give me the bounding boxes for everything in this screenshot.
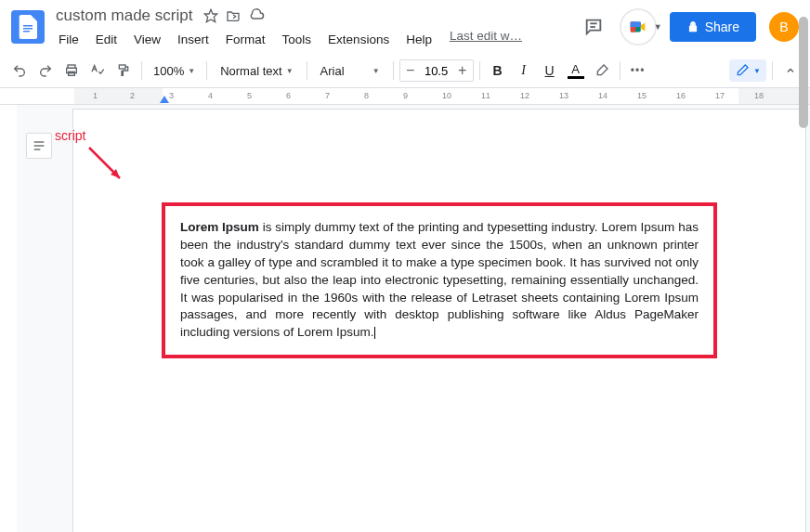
title-area: custom made script File Edit View Insert… xyxy=(52,5,581,50)
svg-rect-12 xyxy=(119,65,125,69)
cloud-status-icon[interactable] xyxy=(248,7,265,24)
comment-history-icon[interactable] xyxy=(581,14,607,40)
caret-down-icon: ▼ xyxy=(286,67,294,75)
ruler-mark: 16 xyxy=(676,91,686,100)
svg-marker-3 xyxy=(205,9,217,21)
ruler-mark: 6 xyxy=(286,91,291,100)
bold-button[interactable]: B xyxy=(486,58,510,83)
font-dropdown[interactable]: Arial ▼ xyxy=(313,60,387,82)
meet-caret-icon: ▼ xyxy=(654,22,662,32)
menu-tools[interactable]: Tools xyxy=(276,29,319,50)
menu-insert[interactable]: Insert xyxy=(171,29,216,50)
separator xyxy=(141,61,142,80)
font-size-plus-button[interactable]: + xyxy=(452,60,473,81)
underline-button[interactable]: U xyxy=(538,58,562,83)
font-size-group: − + xyxy=(399,59,474,82)
annotation-arrow-icon xyxy=(85,143,131,189)
text-cursor xyxy=(374,327,375,339)
font-size-input[interactable] xyxy=(421,60,452,81)
document-scroll[interactable]: script Lorem Ipsum is simply dummy text … xyxy=(17,105,810,532)
document-title[interactable]: custom made script xyxy=(52,5,196,27)
text-color-button[interactable]: A xyxy=(564,60,588,81)
separator xyxy=(620,61,621,80)
menu-file[interactable]: File xyxy=(52,29,85,50)
redo-button[interactable] xyxy=(33,58,58,83)
outline-toggle-button[interactable] xyxy=(26,133,52,159)
menu-bar: File Edit View Insert Format Tools Exten… xyxy=(52,29,581,50)
separator xyxy=(772,61,773,80)
header-right: ▼ Share B xyxy=(581,8,799,45)
menu-view[interactable]: View xyxy=(127,29,167,50)
paint-format-button[interactable] xyxy=(111,58,136,83)
toolbar: 100% ▼ Normal text ▼ Arial ▼ − + B I U A… xyxy=(0,54,810,88)
bold-text: Lorem Ipsum xyxy=(180,220,259,234)
share-button[interactable]: Share xyxy=(670,12,756,42)
title-row: custom made script xyxy=(52,5,581,27)
separator xyxy=(206,61,207,80)
last-edit-link[interactable]: Last edit w… xyxy=(450,29,522,50)
vertical-ruler[interactable] xyxy=(0,105,17,532)
ruler-mark: 1 xyxy=(93,91,98,100)
font-value: Arial xyxy=(320,64,345,78)
ruler-mark: 7 xyxy=(325,91,330,100)
menu-edit[interactable]: Edit xyxy=(89,29,124,50)
move-icon[interactable] xyxy=(226,8,241,23)
ruler-mark: 3 xyxy=(169,91,174,100)
caret-down-icon: ▼ xyxy=(753,67,761,75)
svg-rect-1 xyxy=(23,28,33,30)
menu-help[interactable]: Help xyxy=(399,29,438,50)
editing-mode-button[interactable]: ▼ xyxy=(729,59,766,82)
caret-down-icon: ▼ xyxy=(188,67,195,75)
meet-icon[interactable]: ▼ xyxy=(620,8,657,45)
docs-logo-icon[interactable] xyxy=(11,10,45,44)
body-text: is simply dummy text of the printing and… xyxy=(180,220,699,339)
ruler-mark: 15 xyxy=(637,91,647,100)
document-page[interactable]: script Lorem Ipsum is simply dummy text … xyxy=(72,109,806,532)
ruler-mark: 9 xyxy=(403,91,408,100)
font-size-minus-button[interactable]: − xyxy=(400,60,421,81)
scrollbar-thumb[interactable] xyxy=(799,17,808,128)
ruler-mark: 5 xyxy=(247,91,252,100)
text-color-swatch xyxy=(568,76,584,79)
ruler-mark: 8 xyxy=(364,91,369,100)
ruler-mark: 4 xyxy=(208,91,213,100)
separator xyxy=(307,61,307,80)
zoom-value: 100% xyxy=(153,64,184,78)
ruler-mark: 10 xyxy=(442,91,451,100)
separator xyxy=(393,61,394,80)
svg-rect-2 xyxy=(23,31,30,32)
annotation-label: script xyxy=(55,128,85,143)
ruler-mark: 2 xyxy=(130,91,135,100)
ruler-mark: 14 xyxy=(598,91,608,100)
italic-button[interactable]: I xyxy=(512,58,536,83)
more-button[interactable]: ••• xyxy=(626,58,650,83)
ruler-mark: 12 xyxy=(520,91,529,100)
highlighted-region: Lorem Ipsum is simply dummy text of the … xyxy=(162,202,717,358)
svg-rect-0 xyxy=(23,25,33,27)
svg-marker-13 xyxy=(160,96,169,103)
star-icon[interactable] xyxy=(203,8,218,23)
user-avatar[interactable]: B xyxy=(769,12,799,42)
vertical-scrollbar[interactable] xyxy=(797,0,808,532)
zoom-dropdown[interactable]: 100% ▼ xyxy=(148,60,201,82)
style-dropdown[interactable]: Normal text ▼ xyxy=(213,60,300,82)
menu-extensions[interactable]: Extensions xyxy=(321,29,396,50)
document-paragraph[interactable]: Lorem Ipsum is simply dummy text of the … xyxy=(180,219,699,342)
ruler-mark: 11 xyxy=(481,91,490,100)
spellcheck-button[interactable] xyxy=(85,58,110,83)
style-value: Normal text xyxy=(220,64,281,78)
separator xyxy=(479,61,480,80)
highlight-button[interactable] xyxy=(590,58,614,83)
caret-down-icon: ▼ xyxy=(372,67,380,75)
menu-format[interactable]: Format xyxy=(219,29,272,50)
document-area: script Lorem Ipsum is simply dummy text … xyxy=(0,105,810,532)
header-bar: custom made script File Edit View Insert… xyxy=(0,0,810,54)
indent-marker-icon[interactable] xyxy=(160,96,169,103)
undo-button[interactable] xyxy=(7,58,32,83)
svg-rect-8 xyxy=(630,22,640,28)
ruler-mark: 18 xyxy=(754,91,764,100)
horizontal-ruler[interactable]: 1 2 3 4 5 6 7 8 9 10 11 12 13 14 15 16 1… xyxy=(0,88,810,105)
print-button[interactable] xyxy=(59,58,84,83)
share-label: Share xyxy=(705,19,739,34)
ruler-mark: 13 xyxy=(559,91,568,100)
